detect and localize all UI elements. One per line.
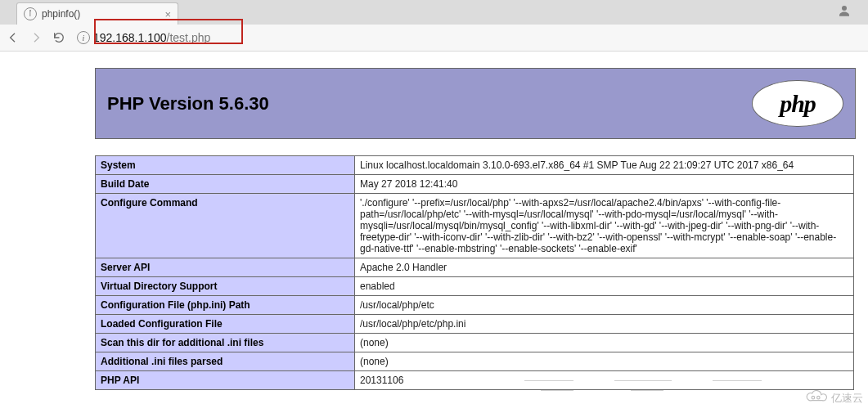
table-row: Configure Command'./configure' '--prefix…: [96, 194, 854, 258]
tab-title: phpinfo(): [42, 8, 80, 20]
svg-point-0: [842, 6, 847, 11]
page-content: PHP Version 5.6.30 php SystemLinux local…: [0, 52, 868, 390]
reload-button[interactable]: [51, 29, 67, 46]
table-value: May 27 2018 12:41:40: [355, 175, 854, 194]
php-header-block: PHP Version 5.6.30 php: [95, 68, 856, 139]
table-value: (none): [355, 352, 854, 371]
table-row: Server APIApache 2.0 Handler: [96, 258, 854, 277]
tab-close-icon[interactable]: ×: [164, 9, 171, 20]
table-value: 20131106: [355, 371, 854, 390]
table-row: Configuration File (php.ini) Path/usr/lo…: [96, 296, 854, 315]
table-row: Scan this dir for additional .ini files(…: [96, 334, 854, 352]
table-key: Scan this dir for additional .ini files: [96, 334, 355, 352]
table-key: Additional .ini files parsed: [96, 352, 355, 371]
table-row: Additional .ini files parsed(none): [96, 352, 854, 371]
page-title: PHP Version 5.6.30: [107, 93, 269, 114]
site-info-icon[interactable]: i: [77, 31, 90, 44]
forward-button[interactable]: [28, 29, 44, 46]
browser-tab[interactable]: phpinfo() ×: [16, 2, 178, 25]
table-key: Configure Command: [96, 194, 355, 258]
table-value: /usr/local/php/etc: [355, 296, 854, 315]
profile-avatar-icon[interactable]: [837, 3, 852, 20]
tab-strip: phpinfo() ×: [0, 0, 868, 25]
table-value: (none): [355, 334, 854, 352]
table-key: PHP API: [96, 371, 355, 390]
address-bar[interactable]: i 192.168.1.100/test.php: [77, 31, 210, 44]
table-row: PHP API20131106: [96, 371, 854, 390]
table-key: Virtual Directory Support: [96, 277, 355, 296]
table-key: Build Date: [96, 175, 355, 194]
table-value: enabled: [355, 277, 854, 296]
table-key: Loaded Configuration File: [96, 315, 355, 334]
watermark: 亿速云: [805, 389, 863, 406]
table-row: SystemLinux localhost.localdomain 3.10.0…: [96, 156, 854, 175]
svg-point-2: [817, 396, 821, 399]
table-value: /usr/local/php/etc/php.ini: [355, 315, 854, 334]
table-value: Linux localhost.localdomain 3.10.0-693.e…: [355, 156, 854, 175]
table-row: Virtual Directory Supportenabled: [96, 277, 854, 296]
browser-toolbar: i 192.168.1.100/test.php: [0, 25, 868, 52]
table-row: Build DateMay 27 2018 12:41:40: [96, 175, 854, 194]
phpinfo-table: SystemLinux localhost.localdomain 3.10.0…: [95, 155, 854, 390]
table-row: Loaded Configuration File/usr/local/php/…: [96, 315, 854, 334]
table-key: Server API: [96, 258, 355, 277]
phpinfo-favicon-icon: [24, 7, 37, 20]
table-value: './configure' '--prefix=/usr/local/php' …: [355, 194, 854, 258]
watermark-text: 亿速云: [831, 391, 863, 406]
back-button[interactable]: [5, 29, 21, 46]
php-logo-icon: php: [752, 80, 843, 127]
url-text: 192.168.1.100/test.php: [93, 31, 210, 44]
svg-point-1: [812, 396, 815, 399]
table-value: Apache 2.0 Handler: [355, 258, 854, 277]
watermark-cloud-icon: [805, 389, 828, 406]
table-key: Configuration File (php.ini) Path: [96, 296, 355, 315]
table-key: System: [96, 156, 355, 175]
